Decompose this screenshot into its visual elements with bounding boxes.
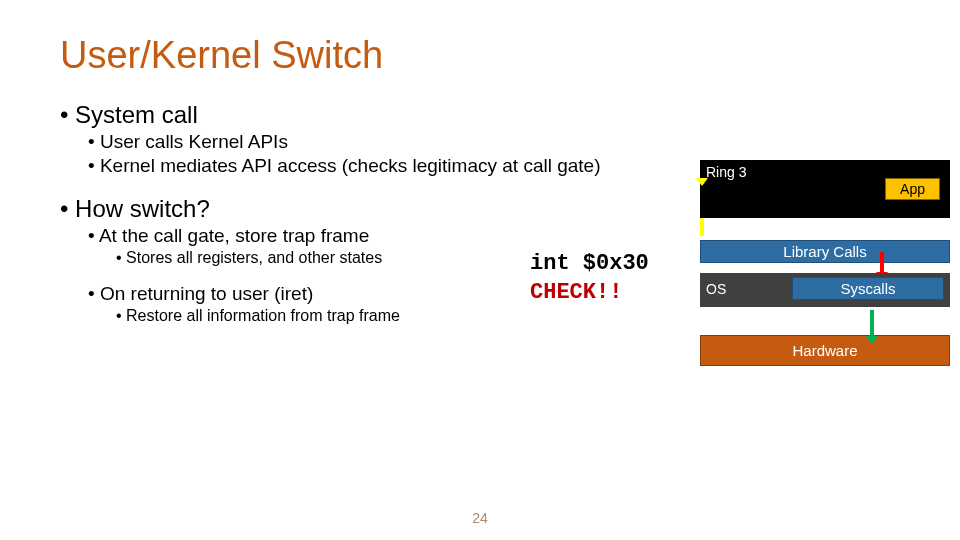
hardware-box: Hardware [700,335,950,366]
layer-diagram: Ring 3 App Library Calls OS Syscalls Har… [700,160,950,366]
slide: User/Kernel Switch System call User call… [0,0,960,540]
arrow-syscalls-to-hardware [870,310,874,336]
os-label: OS [706,281,726,297]
ring3-label: Ring 3 [706,164,746,180]
os-band: OS Syscalls [700,273,950,307]
app-box: App [885,178,940,200]
arrow-library-to-syscalls [880,252,884,272]
page-number: 24 [472,510,488,526]
arrow-app-to-library [700,218,704,236]
bullet-l2: User calls Kernel APIs [88,131,920,153]
code-annotation: int $0x30 CHECK!! [530,250,649,307]
code-line: int $0x30 [530,250,649,279]
code-line-emphasis: CHECK!! [530,279,649,308]
syscalls-box: Syscalls [792,277,944,300]
slide-title: User/Kernel Switch [60,34,920,77]
ring3-band: Ring 3 App [700,160,950,218]
library-calls-box: Library Calls [700,240,950,263]
bullet-l1: System call [60,101,920,129]
